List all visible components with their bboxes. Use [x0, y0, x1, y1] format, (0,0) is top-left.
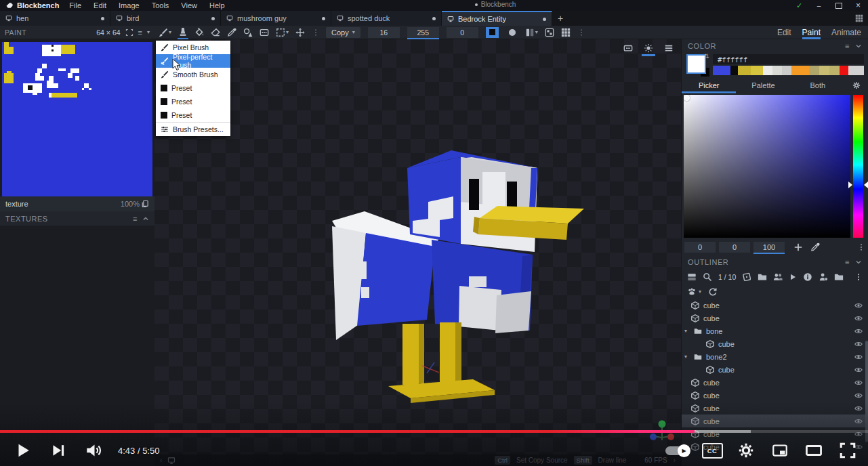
- menu-image[interactable]: Image: [112, 1, 146, 10]
- history-swatch[interactable]: [738, 66, 751, 75]
- history-swatch[interactable]: [840, 66, 848, 75]
- outliner-row-cube[interactable]: cube: [682, 376, 868, 389]
- menu-item-preset-1[interactable]: Preset: [156, 81, 230, 95]
- menu-item-pixel-perfect-brush[interactable]: Pixel-perfect Brush: [156, 54, 230, 68]
- visibility-eye-icon[interactable]: [854, 340, 863, 348]
- eraser-tool-button[interactable]: [210, 27, 221, 38]
- section-menu-icon[interactable]: ≡: [133, 215, 138, 223]
- miniplayer-button[interactable]: [766, 437, 793, 464]
- color-picker-tool-button[interactable]: [226, 27, 237, 38]
- saturation-brightness-picker[interactable]: [684, 95, 850, 238]
- collapse-chevron-icon[interactable]: [855, 43, 862, 49]
- autoplay-toggle[interactable]: ▶: [665, 446, 689, 455]
- brush-size-field[interactable]: 16: [368, 27, 400, 38]
- mode-tab-animate[interactable]: Animate: [831, 28, 861, 37]
- play-animation-icon[interactable]: [789, 273, 797, 281]
- outliner-row-cube[interactable]: cube: [682, 389, 868, 402]
- tab-bedrock-entity[interactable]: Bedrock Entity: [442, 11, 552, 26]
- hue-slider[interactable]: [853, 95, 863, 238]
- copy-brush-tool-button[interactable]: [178, 27, 188, 38]
- section-menu-icon[interactable]: ≡: [845, 42, 850, 50]
- tab-spotted-duck[interactable]: spotted duck: [331, 11, 442, 26]
- color-overflow-icon[interactable]: [857, 243, 865, 251]
- square-brush-shape-button[interactable]: [486, 27, 499, 38]
- panel-menu-icon[interactable]: ≡: [138, 28, 142, 37]
- menu-tools[interactable]: Tools: [146, 1, 175, 10]
- outliner-row-bone[interactable]: ▾ bone: [682, 324, 868, 337]
- visibility-eye-icon[interactable]: [854, 379, 863, 387]
- menu-file[interactable]: File: [63, 1, 87, 10]
- tab-mushroom-guy[interactable]: mushroom guy: [221, 11, 331, 26]
- tab-bird[interactable]: bird: [110, 11, 221, 26]
- mode-tab-paint[interactable]: Paint: [802, 28, 821, 37]
- brush-softness-field[interactable]: 0: [447, 27, 478, 38]
- new-tab-button[interactable]: +: [552, 11, 569, 26]
- color-settings-button[interactable]: [845, 81, 868, 89]
- tab-palette[interactable]: Palette: [736, 79, 790, 91]
- visibility-eye-icon[interactable]: [854, 404, 863, 412]
- selection-tool-button[interactable]: ▾: [275, 27, 289, 38]
- visibility-eye-icon[interactable]: [854, 314, 863, 322]
- folder-icon[interactable]: [834, 272, 844, 282]
- picker-handle[interactable]: [684, 95, 690, 101]
- visibility-eye-icon[interactable]: [854, 417, 863, 425]
- menu-item-smooth-brush[interactable]: Smooth Brush: [156, 68, 230, 81]
- gradient-tool-button[interactable]: [259, 27, 270, 38]
- brush-opacity-field[interactable]: 255: [407, 27, 439, 38]
- next-video-button[interactable]: [45, 437, 72, 464]
- settings-button[interactable]: [732, 437, 760, 464]
- history-swatch[interactable]: [751, 66, 764, 75]
- frame-view-icon[interactable]: [125, 28, 133, 37]
- history-swatch[interactable]: [772, 66, 782, 75]
- viewport-3d[interactable]: ‹ Ctrl Set Copy Source Shift Draw line 6…: [154, 39, 681, 466]
- texture-preview-canvas[interactable]: [2, 42, 152, 196]
- restore-button[interactable]: [829, 0, 848, 11]
- add-color-button[interactable]: [793, 242, 803, 252]
- duck-model[interactable]: [154, 39, 681, 454]
- collapse-chevron-icon[interactable]: [855, 259, 862, 266]
- menu-item-pixel-brush[interactable]: Pixel Brush: [156, 41, 230, 54]
- selection-dropdown-caret-icon[interactable]: ▾: [286, 30, 289, 35]
- brush-tool-button[interactable]: ▾: [158, 27, 172, 38]
- mirror-dropdown-caret-icon[interactable]: ▾: [535, 30, 538, 35]
- history-swatch[interactable]: [829, 66, 840, 75]
- hex-color-input[interactable]: #ffffff: [713, 54, 864, 64]
- section-menu-icon[interactable]: ≡: [845, 258, 850, 266]
- menu-edit[interactable]: Edit: [87, 1, 112, 10]
- expand-caret-icon[interactable]: ▾: [684, 354, 690, 360]
- outliner-row-cube[interactable]: cube: [682, 299, 868, 312]
- group-elements-icon[interactable]: [773, 272, 783, 282]
- add-group-icon[interactable]: [758, 272, 767, 282]
- brightness-value-field[interactable]: 100: [753, 242, 785, 253]
- collapse-up-icon[interactable]: [142, 215, 149, 222]
- refresh-icon[interactable]: [708, 287, 718, 297]
- mirror-painting-button[interactable]: ▾: [524, 27, 539, 38]
- copy-pages-icon[interactable]: [141, 200, 149, 208]
- mirror-copy-mode-dropdown[interactable]: Copy ▾: [326, 27, 360, 38]
- outliner-row-cube[interactable]: cube: [682, 337, 868, 350]
- search-icon[interactable]: [703, 272, 712, 282]
- visibility-eye-icon[interactable]: [854, 366, 863, 374]
- close-button[interactable]: ×: [848, 0, 868, 11]
- fill-tool-button[interactable]: [194, 27, 205, 38]
- history-swatch[interactable]: [713, 66, 730, 75]
- outliner-scrollbar[interactable]: [865, 341, 868, 442]
- texture-list-item[interactable]: texture 100%: [0, 196, 154, 211]
- theater-mode-button[interactable]: [800, 437, 827, 464]
- info-icon[interactable]: [803, 272, 812, 282]
- subtitles-button[interactable]: CC: [699, 437, 726, 464]
- saturation-value-field[interactable]: 0: [719, 242, 750, 253]
- swap-colors-icon[interactable]: ⇅: [704, 53, 709, 60]
- history-swatch[interactable]: [763, 66, 772, 75]
- visibility-eye-icon[interactable]: [854, 391, 863, 400]
- brush-dropdown-caret-icon[interactable]: ▾: [169, 30, 171, 35]
- foreground-color-swatch[interactable]: [686, 54, 706, 74]
- collapse-chevron-icon[interactable]: ▾: [147, 30, 150, 35]
- skin-layer-button[interactable]: ▾: [687, 287, 701, 297]
- outliner-overflow-icon[interactable]: [854, 273, 863, 281]
- history-swatch[interactable]: [782, 66, 791, 75]
- outliner-row-cube[interactable]: cube: [682, 363, 868, 376]
- tab-picker[interactable]: Picker: [682, 79, 736, 91]
- outliner-row-cube[interactable]: cube: [682, 402, 868, 415]
- play-button[interactable]: [9, 437, 37, 464]
